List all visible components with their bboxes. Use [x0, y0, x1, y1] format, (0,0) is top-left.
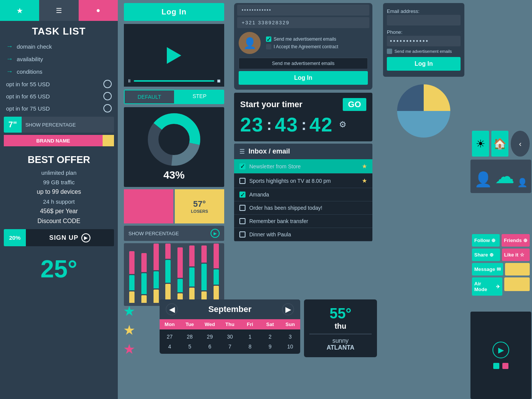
gear-icon[interactable]: ⚙: [339, 120, 347, 130]
cal-num[interactable]: 5: [180, 342, 200, 352]
dark-bottom-panel: ▶: [470, 312, 531, 399]
inbox-item-5[interactable]: Dinner with Paula: [234, 228, 372, 241]
opt-in-55[interactable]: opt in for 55 USD: [0, 78, 118, 90]
cal-num[interactable]: 1: [240, 332, 260, 342]
login-button-form[interactable]: Log In: [387, 57, 461, 71]
opt-in-75[interactable]: opt in for 75 USD: [0, 102, 118, 114]
opt-in-65[interactable]: opt in for 65 USD: [0, 90, 118, 102]
cal-num[interactable]: 30: [220, 332, 240, 342]
share-label: Share: [474, 252, 488, 258]
checkbox-icon[interactable]: [387, 49, 392, 54]
star-icon[interactable]: ★: [362, 163, 367, 170]
star-pink-icon[interactable]: ★: [123, 341, 155, 357]
task-item-domain[interactable]: → domain check: [0, 40, 118, 53]
cal-num[interactable]: 29: [200, 332, 220, 342]
timer-go-button[interactable]: GO: [343, 98, 366, 111]
show-percentage-row[interactable]: SHOW PERCENTAGE ▶: [124, 226, 224, 241]
cal-num[interactable]: 3: [280, 332, 300, 342]
back-button[interactable]: ‹: [511, 131, 530, 157]
cal-num[interactable]: 10: [280, 342, 300, 352]
login-form-panel: Email address: Phone: •••••••••••• Send …: [380, 0, 467, 145]
cal-num[interactable]: 9: [260, 342, 280, 352]
timer-widget: Start your timer GO 23 : 43 : 42 ⚙: [234, 93, 372, 141]
radio-circle[interactable]: [103, 92, 112, 100]
task-label: conditions: [17, 68, 43, 75]
checkbox-ads[interactable]: ✓ Send me advertisement emails: [266, 35, 368, 43]
cal-num[interactable]: 4: [160, 342, 180, 352]
stats-losers-label: LOSERS: [191, 209, 208, 214]
calendar-prev-button[interactable]: ◀: [166, 303, 178, 315]
star-button[interactable]: ★: [0, 0, 39, 21]
video-progress-bar[interactable]: [134, 80, 214, 82]
login-button-mid[interactable]: Log In: [239, 71, 368, 85]
weather-city: ATLANTA: [309, 344, 372, 351]
offer-support: 24 h support: [0, 197, 118, 206]
follow-button[interactable]: Follow ⊕: [472, 234, 500, 247]
inbox-item-1[interactable]: Sports highlights on TV at 8.00 pm ★: [234, 174, 372, 188]
send-ads-button[interactable]: Send me advertisement emails: [239, 58, 368, 69]
cal-num[interactable]: 2: [260, 332, 280, 342]
signup-button[interactable]: SIGN UP ▶: [26, 229, 114, 246]
email-input[interactable]: [387, 15, 461, 25]
radio-circle[interactable]: [103, 104, 112, 112]
timer-display: 23 : 43 : 42 ⚙: [240, 113, 366, 136]
login-button-top[interactable]: Log In: [124, 3, 224, 21]
cal-num[interactable]: 7: [220, 342, 240, 352]
checkbox-empty-icon[interactable]: [239, 231, 245, 238]
air-mode-input[interactable]: [504, 277, 530, 291]
friends-button[interactable]: Friends ⊕: [502, 234, 530, 247]
cal-num[interactable]: 6: [200, 342, 220, 352]
pause-icon[interactable]: ⏸: [127, 78, 131, 84]
show-percentage-text: SHOW PERCENTAGE: [128, 231, 211, 236]
message-button[interactable]: Message ✉: [472, 263, 503, 276]
inbox-item-label: Order has been shipped today!: [249, 205, 367, 211]
inbox-item-2[interactable]: ✓ Amanda: [234, 188, 372, 201]
cal-num[interactable]: 28: [180, 332, 200, 342]
stop-icon[interactable]: ⏹: [217, 78, 221, 84]
best-offer-section: BEST OFFER unlimited plan 99 GB traffic …: [0, 150, 118, 399]
tab-default[interactable]: DEFAULT: [124, 90, 175, 104]
checkbox-empty-icon[interactable]: [239, 218, 245, 224]
checkbox-empty-icon[interactable]: [239, 205, 245, 211]
star-yellow-icon[interactable]: ★: [123, 322, 155, 338]
checkbox-empty-icon[interactable]: [266, 44, 271, 49]
sun-icon[interactable]: ☀: [472, 131, 489, 157]
calendar-next-button[interactable]: ▶: [282, 303, 294, 315]
show-percentage-icon[interactable]: ▶: [211, 229, 220, 238]
phone-input[interactable]: ••••••••••••: [387, 36, 461, 46]
checkbox-checked-icon[interactable]: ✓: [239, 192, 245, 198]
checkbox-checked-icon[interactable]: ✓: [239, 163, 245, 169]
air-mode-button[interactable]: Air Mode ✈: [472, 277, 502, 296]
like-button[interactable]: Like it ☆: [502, 249, 530, 261]
inbox-item-3[interactable]: Order has been shipped today!: [234, 201, 372, 215]
signup-label: SIGN UP: [49, 234, 79, 242]
play-circle-button[interactable]: ▶: [492, 342, 509, 358]
home-icon[interactable]: 🏠: [491, 131, 508, 157]
star-teal-icon[interactable]: ★: [123, 303, 155, 319]
play-icon[interactable]: [167, 47, 181, 64]
star-icon[interactable]: ★: [362, 177, 367, 184]
inbox-item-0[interactable]: ✓ Newsletter from Store ★: [234, 159, 372, 174]
menu-button[interactable]: ☰: [39, 0, 78, 21]
checkbox-agree[interactable]: I Accept the Agreement contract: [266, 43, 368, 51]
pin-button[interactable]: ●: [79, 0, 118, 21]
checkbox-icon[interactable]: ✓: [266, 36, 271, 42]
inbox-item-4[interactable]: Remember bank transfer: [234, 215, 372, 228]
video-widget[interactable]: ⏸ ⏹: [124, 24, 224, 87]
signup-discount-badge: 20%: [4, 229, 26, 246]
send-ads-checkbox-row[interactable]: Send me advertisement emails: [387, 49, 461, 54]
control-btn[interactable]: [493, 363, 499, 369]
control-btn[interactable]: [502, 363, 508, 369]
checkbox-empty-icon[interactable]: [239, 178, 245, 184]
cal-num[interactable]: 8: [240, 342, 260, 352]
share-button[interactable]: Share ⊕: [472, 249, 500, 261]
task-list-title: TASK LIST: [0, 21, 118, 40]
message-input[interactable]: [505, 263, 530, 276]
cal-num[interactable]: 27: [160, 332, 180, 342]
opt-in-label: opt in for 55 USD: [6, 81, 100, 87]
tab-step[interactable]: STEP: [175, 90, 224, 104]
radio-circle[interactable]: [103, 80, 112, 88]
follow-icon: ⊕: [491, 238, 496, 243]
task-item-conditions[interactable]: → conditions: [0, 65, 118, 78]
task-item-availability[interactable]: → availability: [0, 53, 118, 65]
